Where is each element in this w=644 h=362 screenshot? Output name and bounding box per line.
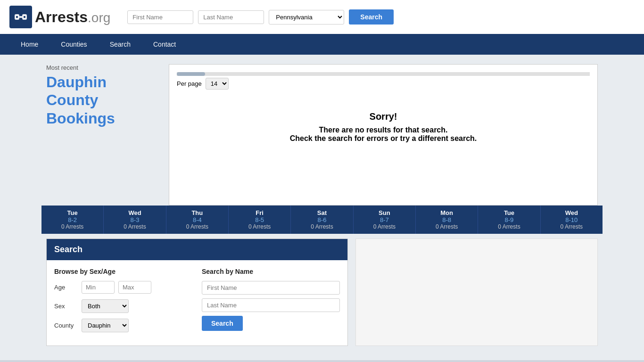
logo-area: Arrests.org [9, 6, 110, 28]
cal-day-arrests: 0 Arrests [231, 223, 289, 230]
results-panel: Per page 14 10 25 50 Sorry! There are no… [169, 64, 598, 206]
search-last-name-input[interactable] [202, 298, 340, 312]
left-panel: Most recent Dauphin County Bookings [46, 64, 169, 206]
calendar-strip: Tue 8-2 0 Arrests Wed 8-3 0 Arrests Thu … [41, 206, 603, 234]
calendar-day-8[interactable]: Wed 8-10 0 Arrests [541, 206, 603, 234]
per-page-label: Per page [177, 80, 202, 87]
cal-day-name: Tue [480, 209, 538, 216]
logo-org: .org [88, 10, 110, 25]
county-title-line2: County [46, 91, 159, 109]
bottom-section: Search Browse by Sex/Age Age Sex Both Ma… [41, 234, 603, 351]
cal-day-num[interactable]: 8-10 [543, 216, 601, 223]
search-first-name-input[interactable] [202, 281, 340, 295]
nav-counties[interactable]: Counties [50, 34, 98, 55]
nav-search[interactable]: Search [99, 34, 142, 55]
per-page-row: Per page 14 10 25 50 [177, 78, 590, 90]
sex-row: Sex Both Male Female [54, 299, 192, 313]
cal-day-name: Tue [43, 209, 101, 216]
county-label: County [54, 322, 78, 329]
svg-point-3 [16, 16, 18, 18]
header-state-select[interactable]: Pennsylvania Alabama California [269, 10, 344, 25]
cal-day-name: Sun [355, 209, 413, 216]
header-last-name-input[interactable] [198, 10, 264, 24]
calendar-day-7[interactable]: Tue 8-9 0 Arrests [478, 206, 540, 234]
county-title-line1: Dauphin [46, 73, 159, 91]
header: Arrests.org Pennsylvania Alabama Califor… [0, 0, 644, 34]
calendar-day-6[interactable]: Mon 8-8 0 Arrests [416, 206, 478, 234]
cal-day-arrests: 0 Arrests [543, 223, 601, 230]
cal-day-num[interactable]: 8-8 [418, 216, 476, 223]
cal-day-num[interactable]: 8-4 [168, 216, 226, 223]
scrollbar-thumb[interactable] [177, 72, 205, 76]
cal-day-num[interactable]: 8-7 [355, 216, 413, 223]
name-section: Search by Name Search [202, 268, 340, 338]
nav-contact[interactable]: Contact [142, 34, 187, 55]
calendar-day-4[interactable]: Sat 8-6 0 Arrests [291, 206, 353, 234]
per-page-select[interactable]: 14 10 25 50 [206, 78, 229, 90]
cal-day-arrests: 0 Arrests [168, 223, 226, 230]
no-results-line2: Check the search for errors or try a dif… [186, 134, 580, 143]
cal-day-arrests: 0 Arrests [43, 223, 101, 230]
no-results-area: Sorry! There are no results for that sea… [177, 97, 590, 157]
no-results-line1: There are no results for that search. [186, 126, 580, 134]
logo-text-area: Arrests.org [35, 8, 110, 26]
cal-day-name: Mon [418, 209, 476, 216]
search-panel-header: Search [47, 239, 347, 260]
cal-day-arrests: 0 Arrests [480, 223, 538, 230]
cal-day-name: Sat [293, 209, 351, 216]
browse-section: Browse by Sex/Age Age Sex Both Male Fema… [54, 268, 192, 338]
county-title: Dauphin County Bookings [46, 73, 159, 127]
logo-icon [9, 6, 32, 28]
calendar-day-2[interactable]: Thu 8-4 0 Arrests [166, 206, 229, 234]
content-area: Most recent Dauphin County Bookings Per … [41, 64, 603, 206]
cal-day-num[interactable]: 8-2 [43, 216, 101, 223]
calendar-day-0[interactable]: Tue 8-2 0 Arrests [41, 206, 104, 234]
age-min-input[interactable] [82, 281, 115, 294]
age-label: Age [54, 284, 78, 291]
county-select[interactable]: Dauphin [82, 319, 129, 332]
cal-day-arrests: 0 Arrests [106, 223, 164, 230]
header-search-button[interactable]: Search [349, 9, 394, 25]
svg-rect-2 [19, 16, 22, 18]
scrollbar-area[interactable] [177, 72, 590, 76]
cal-day-arrests: 0 Arrests [355, 223, 413, 230]
sex-label: Sex [54, 303, 78, 310]
search-submit-button[interactable]: Search [202, 316, 243, 331]
cal-day-arrests: 0 Arrests [418, 223, 476, 230]
cal-day-num[interactable]: 8-6 [293, 216, 351, 223]
cal-day-num[interactable]: 8-5 [231, 216, 289, 223]
cal-day-arrests: 0 Arrests [293, 223, 351, 230]
sex-select[interactable]: Both Male Female [82, 299, 129, 313]
cal-day-name: Thu [168, 209, 226, 216]
logo-arrests: Arrests [35, 8, 88, 25]
cal-day-name: Wed [543, 209, 601, 216]
cal-day-name: Wed [106, 209, 164, 216]
no-results-title: Sorry! [186, 111, 580, 122]
nav-home[interactable]: Home [9, 34, 50, 55]
cal-day-num[interactable]: 8-3 [106, 216, 164, 223]
search-panel: Search Browse by Sex/Age Age Sex Both Ma… [46, 239, 348, 346]
page-wrapper: Most recent Dauphin County Bookings Per … [0, 55, 644, 360]
header-inputs: Pennsylvania Alabama California Search [127, 9, 394, 25]
calendar-day-5[interactable]: Sun 8-7 0 Arrests [354, 206, 416, 234]
name-heading: Search by Name [202, 268, 340, 275]
age-row: Age [54, 281, 192, 294]
browse-heading: Browse by Sex/Age [54, 268, 192, 275]
svg-point-4 [23, 16, 26, 18]
county-row: County Dauphin [54, 319, 192, 332]
county-title-line3: Bookings [46, 109, 159, 127]
calendar-day-1[interactable]: Wed 8-3 0 Arrests [104, 206, 166, 234]
nav-bar: Home Counties Search Contact [0, 34, 644, 55]
header-first-name-input[interactable] [127, 10, 193, 24]
calendar-day-3[interactable]: Fri 8-5 0 Arrests [229, 206, 291, 234]
search-panel-body: Browse by Sex/Age Age Sex Both Male Fema… [47, 260, 347, 346]
age-max-input[interactable] [118, 281, 151, 294]
cal-day-num[interactable]: 8-9 [480, 216, 538, 223]
cal-day-name: Fri [231, 209, 289, 216]
ad-panel [355, 239, 598, 346]
most-recent-label: Most recent [46, 64, 159, 71]
